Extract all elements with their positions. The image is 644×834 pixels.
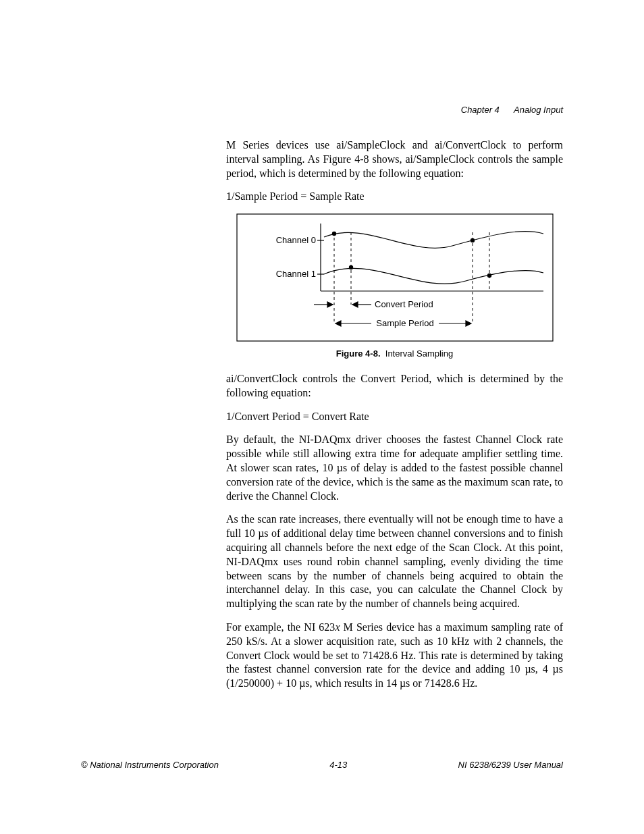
figure-caption-label: Figure 4-8. [336, 348, 381, 359]
paragraph-convert: ai/ConvertClock controls the Convert Per… [226, 372, 563, 400]
paragraph-intro: M Series devices use ai/SampleClock and … [226, 138, 563, 180]
paragraph-default: By default, the NI-DAQmx driver chooses … [226, 433, 563, 503]
svg-marker-16 [352, 302, 358, 307]
body-text: M Series devices use ai/SampleClock and … [226, 138, 563, 691]
label-channel0: Channel 0 [275, 235, 315, 245]
label-channel1: Channel 1 [275, 269, 315, 279]
page: Chapter 4 Analog Input M Series devices … [0, 0, 644, 834]
svg-marker-14 [327, 302, 333, 307]
svg-point-9 [331, 232, 336, 236]
paragraph-scanrate: As the scan rate increases, there eventu… [226, 513, 563, 611]
svg-marker-18 [336, 321, 341, 326]
footer-manual-title: NI 6238/6239 User Manual [458, 760, 563, 770]
figure-interval-sampling: Channel 0 Channel 1 Convert Period [226, 213, 563, 342]
figure-caption: Figure 4-8. Interval Sampling [226, 348, 563, 360]
svg-point-11 [470, 238, 474, 242]
figure-caption-text: Interval Sampling [385, 348, 453, 359]
footer-page-number: 4-13 [329, 760, 347, 770]
running-header: Chapter 4 Analog Input [461, 105, 563, 115]
svg-marker-20 [466, 321, 471, 326]
equation-sample-rate: 1/Sample Period = Sample Rate [226, 190, 563, 204]
paragraph-example: For example, the NI 623x M Series device… [226, 621, 563, 691]
label-convert-period: Convert Period [375, 299, 433, 309]
header-section: Analog Input [514, 105, 563, 115]
equation-convert-rate: 1/Convert Period = Convert Rate [226, 410, 563, 424]
footer-copyright: © National Instruments Corporation [81, 760, 219, 770]
svg-point-10 [348, 265, 352, 269]
svg-point-12 [487, 273, 491, 278]
footer: © National Instruments Corporation 4-13 … [81, 760, 563, 770]
label-sample-period: Sample Period [376, 318, 433, 328]
header-chapter: Chapter 4 [461, 105, 500, 115]
